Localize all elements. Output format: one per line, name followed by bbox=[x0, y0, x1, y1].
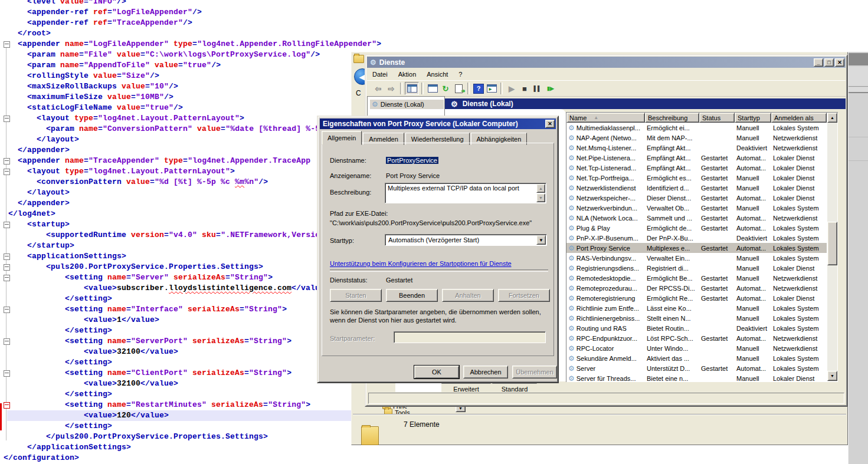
scroll-up-button[interactable]: ▲ bbox=[827, 113, 837, 123]
table-row[interactable]: ⚙Port Proxy ServiceMultiplexes e...Gesta… bbox=[566, 243, 827, 253]
table-cell: Gestartet bbox=[699, 223, 735, 233]
pause-button[interactable]: Anhalten bbox=[442, 289, 494, 302]
scroll-up-button[interactable]: ▲ bbox=[536, 184, 545, 193]
table-cell: Registriert di... bbox=[645, 263, 699, 273]
column-header-name[interactable]: Name▲ bbox=[566, 113, 645, 123]
scroll-down-button[interactable]: ▼ bbox=[827, 371, 837, 381]
table-row[interactable]: ⚙Net.Tcp-Portfreiga...Ermöglicht es...Ge… bbox=[566, 173, 827, 183]
column-header-status[interactable]: Status bbox=[699, 113, 735, 123]
table-row[interactable]: ⚙Multimediaklassenpl...Ermöglicht ei...M… bbox=[566, 123, 827, 133]
scroll-down-button[interactable]: ▼ bbox=[536, 193, 545, 202]
tree-item-dienste-lokal[interactable]: ⚙ Dienste (Lokal) bbox=[370, 100, 444, 109]
start-params-input[interactable] bbox=[394, 331, 546, 343]
services-titlebar[interactable]: ⚙ Dienste _ □ ✕ bbox=[367, 57, 846, 68]
table-row[interactable]: ⚙RPC-Endpunktzuor...Löst RPC-Sch...Gesta… bbox=[566, 333, 827, 343]
table-row[interactable]: ⚙ServerUnterstützt D...GestartetAutomat.… bbox=[566, 363, 827, 373]
table-cell: Manuell bbox=[735, 203, 771, 213]
table-cell: Lokaler Dienst bbox=[771, 193, 827, 203]
stop-button[interactable]: Beenden bbox=[386, 289, 438, 302]
code-line: </applicationSettings> bbox=[4, 442, 381, 453]
stop-service-icon[interactable]: ■ bbox=[518, 83, 531, 94]
table-row[interactable]: ⚙PnP-X-IP-Busenum...Der PnP-X-Bu...Deakt… bbox=[566, 233, 827, 243]
table-row[interactable]: ⚙Net.Msmq-Listener...Empfängt Akt...Deak… bbox=[566, 143, 827, 153]
restart-service-icon[interactable]: ▮▶ bbox=[544, 83, 557, 94]
table-row[interactable]: ⚙Netzwerkspeicher-...Dieser Dienst...Ges… bbox=[566, 193, 827, 203]
forward-icon[interactable]: ⇨ bbox=[385, 83, 398, 94]
show-console-tree-icon[interactable] bbox=[405, 82, 419, 95]
table-row[interactable]: ⚙Richtlinienergebniss...Stellt einen N..… bbox=[566, 313, 827, 323]
menu-ansicht[interactable]: Ansicht bbox=[421, 70, 453, 79]
table-row[interactable]: ⚙NAP-Agent (Netwo...Mit dem NAP-...Manue… bbox=[566, 133, 827, 143]
table-row[interactable]: ⚙Richtlinie zum Entfe...Lässt eine Ko...… bbox=[566, 303, 827, 313]
table-row[interactable]: ⚙Routing und RASBietet Routin...Deaktivi… bbox=[566, 323, 827, 333]
table-row[interactable]: ⚙RAS-Verbindungsv...Verwaltet Ein...Manu… bbox=[566, 253, 827, 263]
table-row[interactable]: ⚙Registrierungsdiens...Registriert di...… bbox=[566, 263, 827, 273]
table-row[interactable]: ⚙NetzwerklistendienstIdentifiziert d...G… bbox=[566, 183, 827, 193]
start-service-icon[interactable]: ▶ bbox=[505, 83, 518, 94]
table-cell: ⚙Registrierungsdiens... bbox=[566, 263, 645, 273]
table-row[interactable]: ⚙NLA (Network Loca...Sammelt und ...Gest… bbox=[566, 213, 827, 223]
pause-service-icon[interactable]: ▌▌ bbox=[531, 83, 544, 94]
dialog-tab-allgemein[interactable]: Allgemein bbox=[322, 131, 362, 145]
dialog-close-button[interactable]: ✕ bbox=[545, 120, 555, 128]
maximize-button[interactable]: □ bbox=[824, 58, 834, 67]
table-cell: Lokales System bbox=[771, 123, 827, 133]
description-label: Beschreibung: bbox=[330, 189, 371, 196]
startup-type-combobox[interactable]: Automatisch (Verzögerter Start) ▼ bbox=[385, 234, 547, 246]
table-row[interactable]: ⚙Server für Threads...Bietet eine n...Ma… bbox=[566, 373, 827, 381]
service-status-value: Gestartet bbox=[386, 277, 412, 284]
resume-button[interactable]: Fortsetzen bbox=[498, 289, 550, 302]
extended-view-icon[interactable] bbox=[485, 83, 498, 94]
display-name-label: Anzeigename: bbox=[330, 172, 371, 179]
table-cell: Lokales System bbox=[771, 353, 827, 363]
column-header-beschreibung[interactable]: Beschreibung bbox=[645, 113, 699, 123]
table-row[interactable]: ⚙Remotedesktopdie...Ermöglicht Be...Gest… bbox=[566, 273, 827, 283]
minimize-button[interactable]: _ bbox=[814, 58, 823, 67]
table-row[interactable]: ⚙RPC-LocatorUnter Windo...ManuellNetzwer… bbox=[566, 343, 827, 353]
table-cell: Ermöglicht es... bbox=[645, 173, 699, 183]
help-icon[interactable]: ? bbox=[472, 83, 485, 94]
table-cell: Verwaltet Ob... bbox=[645, 203, 699, 213]
start-button[interactable]: Starten bbox=[330, 289, 382, 302]
scrollbar-thumb[interactable] bbox=[827, 222, 837, 265]
column-header-anmelden-als[interactable]: Anmelden als bbox=[771, 113, 827, 123]
export-list-icon[interactable] bbox=[452, 83, 465, 94]
table-row[interactable]: ⚙Plug & PlayErmöglicht de...GestartetAut… bbox=[566, 223, 827, 233]
menu-?[interactable]: ? bbox=[453, 70, 467, 79]
table-row[interactable]: ⚙RemoteregistrierungErmöglicht Re...Gest… bbox=[566, 293, 827, 303]
refresh-icon[interactable]: ↻ bbox=[439, 83, 452, 94]
table-row[interactable]: ⚙Sekundäre Anmeld...Aktiviert das ...Man… bbox=[566, 353, 827, 363]
column-header-starttyp[interactable]: Starttyp bbox=[735, 113, 771, 123]
service-icon: ⚙ bbox=[568, 264, 575, 272]
description-textbox[interactable]: Multiplexes external TCP/IP data on loca… bbox=[385, 183, 546, 203]
change-marker bbox=[0, 403, 2, 430]
back-icon[interactable]: ⇦ bbox=[372, 83, 385, 94]
separator bbox=[467, 83, 470, 94]
table-cell: Lokales System bbox=[771, 323, 827, 333]
table-row[interactable]: ⚙Netzwerkverbindun...Verwaltet Ob...Gest… bbox=[566, 203, 827, 213]
table-cell: Automat... bbox=[735, 213, 771, 223]
cancel-button[interactable]: Abbrechen bbox=[463, 366, 508, 379]
dialog-titlebar[interactable]: Eigenschaften von Port Proxy Service (Lo… bbox=[320, 119, 556, 129]
divider bbox=[330, 269, 548, 272]
startup-options-help-link[interactable]: Unterstützung beim Konfigurieren der Sta… bbox=[330, 260, 512, 267]
service-name-value[interactable]: PortProxyService bbox=[386, 157, 438, 164]
table-cell: Automat... bbox=[735, 293, 771, 303]
table-row[interactable]: ⚙Net.Tcp-Listenerad...Empfängt Akt...Ges… bbox=[566, 163, 827, 173]
startup-type-label: Starttyp: bbox=[330, 237, 354, 244]
close-button[interactable]: ✕ bbox=[835, 58, 844, 67]
menu-datei[interactable]: Datei bbox=[367, 70, 393, 79]
table-row[interactable]: ⚙Remoteprozedurau...Der RPCSS-Di...Gesta… bbox=[566, 283, 827, 293]
menu-aktion[interactable]: Aktion bbox=[393, 70, 422, 79]
properties-icon[interactable] bbox=[426, 83, 439, 94]
table-cell: ⚙NAP-Agent (Netwo... bbox=[566, 133, 645, 143]
ok-button[interactable]: OK bbox=[414, 366, 459, 379]
table-scrollbar[interactable]: ▲ ▼ bbox=[827, 113, 837, 381]
apply-button[interactable]: Übernehmen bbox=[512, 366, 557, 379]
table-cell bbox=[699, 253, 735, 263]
table-cell: Netzwerkdienst bbox=[771, 143, 827, 153]
chevron-down-icon[interactable]: ▼ bbox=[536, 235, 546, 245]
table-cell: Netzwerkdienst bbox=[771, 343, 827, 353]
table-row[interactable]: ⚙Net.Pipe-Listenera...Empfängt Akt...Ges… bbox=[566, 153, 827, 163]
code-line: <appender name="LogFileAppender" type="l… bbox=[4, 39, 381, 50]
